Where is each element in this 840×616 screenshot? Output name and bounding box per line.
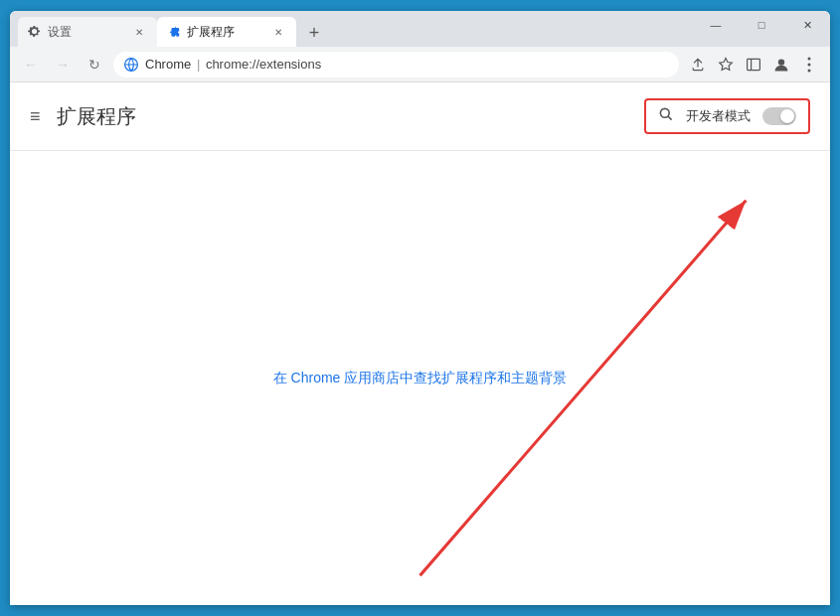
- address-chrome-label: Chrome: [145, 57, 191, 72]
- page-content: ≡ 扩展程序 开发者模式 在 Chrome 应用商店中查找扩展程序和主题背景: [10, 82, 830, 605]
- svg-point-4: [808, 57, 811, 60]
- forward-icon: →: [56, 57, 70, 73]
- browser-window: 设置 ✕ 扩展程序 ✕ + — □ ✕: [10, 11, 830, 605]
- tab-settings-close[interactable]: ✕: [131, 24, 147, 40]
- tab-extensions-close[interactable]: ✕: [270, 24, 286, 40]
- bookmark-button[interactable]: [713, 52, 739, 77]
- svg-rect-1: [748, 59, 760, 70]
- tab-extensions[interactable]: 扩展程序 ✕: [157, 17, 296, 47]
- new-tab-button[interactable]: +: [300, 19, 328, 47]
- search-icon[interactable]: [658, 106, 674, 126]
- minimize-button[interactable]: —: [693, 11, 739, 39]
- back-button[interactable]: ←: [18, 52, 44, 77]
- address-text: Chrome | chrome://extensions: [145, 57, 321, 72]
- svg-point-7: [660, 108, 669, 117]
- close-button[interactable]: ✕: [784, 11, 830, 39]
- back-icon: ←: [24, 57, 38, 73]
- svg-line-8: [668, 116, 672, 120]
- page-title: 扩展程序: [57, 103, 136, 130]
- refresh-button[interactable]: ↻: [82, 52, 107, 77]
- star-icon: [718, 57, 734, 73]
- tab-settings-label: 设置: [48, 24, 72, 41]
- title-bar: 设置 ✕ 扩展程序 ✕ + — □ ✕: [10, 11, 830, 47]
- tab-extensions-label: 扩展程序: [187, 24, 235, 41]
- forward-button[interactable]: →: [50, 52, 76, 77]
- globe-icon: [123, 57, 139, 73]
- svg-line-10: [420, 201, 747, 576]
- header-actions: 开发者模式: [644, 98, 810, 134]
- share-button[interactable]: [685, 52, 711, 77]
- dev-mode-label: 开发者模式: [686, 107, 751, 125]
- page-header: ≡ 扩展程序 开发者模式: [10, 82, 830, 151]
- sidebar-icon: [746, 57, 761, 73]
- window-controls: — □ ✕: [693, 11, 830, 39]
- page-body: 在 Chrome 应用商店中查找扩展程序和主题背景: [10, 151, 830, 605]
- sidebar-toggle[interactable]: [741, 52, 766, 77]
- profile-button[interactable]: [768, 52, 794, 77]
- svg-point-3: [778, 59, 784, 65]
- hamburger-menu-icon[interactable]: ≡: [30, 106, 41, 127]
- dev-mode-toggle[interactable]: [762, 107, 796, 125]
- close-icon: ✕: [803, 19, 812, 32]
- gear-icon: [28, 25, 42, 39]
- more-menu-button[interactable]: [796, 52, 822, 77]
- page-title-area: ≡ 扩展程序: [30, 103, 136, 130]
- address-input[interactable]: Chrome | chrome://extensions: [113, 52, 679, 77]
- more-dots-icon: [807, 57, 811, 73]
- refresh-icon: ↻: [88, 57, 100, 73]
- maximize-button[interactable]: □: [739, 11, 784, 39]
- address-bar: ← → ↻ Chrome | chrome://extensions: [10, 47, 830, 82]
- maximize-icon: □: [758, 19, 765, 31]
- tab-settings[interactable]: 设置 ✕: [18, 17, 157, 47]
- minimize-icon: —: [711, 19, 722, 31]
- profile-icon: [773, 57, 789, 73]
- svg-point-6: [808, 69, 811, 72]
- svg-point-5: [808, 63, 811, 66]
- chrome-store-link[interactable]: 在 Chrome 应用商店中查找扩展程序和主题背景: [273, 370, 568, 387]
- puzzle-icon: [167, 25, 181, 39]
- address-url: chrome://extensions: [206, 57, 321, 72]
- share-icon: [690, 57, 706, 73]
- address-actions: [685, 52, 822, 77]
